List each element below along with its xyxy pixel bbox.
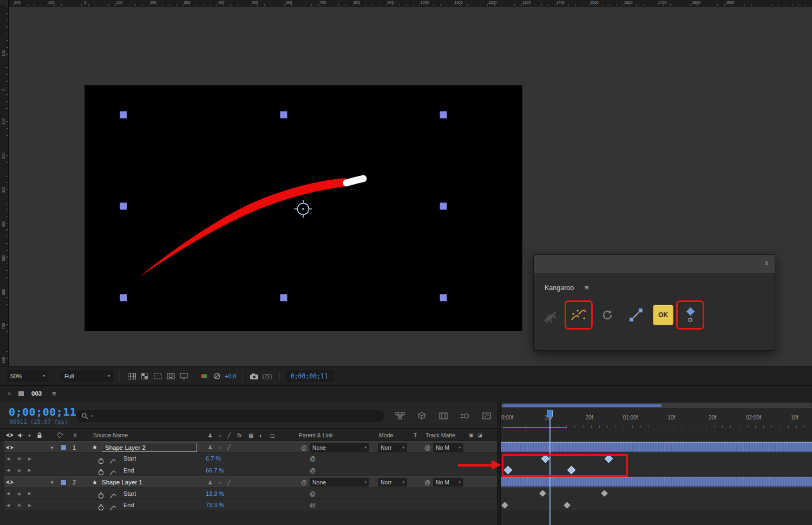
reset-exposure-icon[interactable] — [211, 370, 224, 383]
layer-duration-bar[interactable] — [501, 442, 812, 452]
expand-chevron-icon[interactable]: ▾ — [51, 442, 54, 453]
keyframe-diamond[interactable] — [501, 502, 508, 509]
property-value[interactable]: 6.7 % — [206, 453, 221, 464]
transparency-grid-icon[interactable] — [138, 370, 151, 383]
kangaroo-icon[interactable] — [538, 303, 562, 327]
prev-keyframe-icon[interactable]: ◀ — [6, 500, 10, 511]
ruler-label: 1400 — [556, 1, 565, 4]
collapse-icon[interactable]: ☼ — [218, 477, 222, 488]
left-ruler[interactable]: 1000100200300400500600700800 — [0, 6, 9, 366]
matte-value: No M — [436, 444, 449, 451]
pickwhip-icon[interactable]: @ — [310, 453, 316, 464]
ruler-label: 300 — [184, 1, 191, 4]
mode-dropdown[interactable]: Norr▾ — [378, 443, 407, 452]
close-icon[interactable]: x — [765, 259, 768, 267]
time-navigator[interactable] — [501, 403, 812, 408]
parent-pickwhip-icon[interactable]: @ — [301, 477, 307, 488]
region-of-interest-icon[interactable] — [151, 370, 164, 383]
keyframe-diamond[interactable] — [601, 490, 608, 497]
layer-name[interactable]: Shape Layer 2 — [102, 443, 197, 452]
time-ruler-label: 0:00f — [501, 415, 513, 421]
layer-row[interactable]: ▾1★Shape Layer 2♟☼╱@None▾Norr▾@No M▾ — [4, 441, 498, 452]
composition-canvas[interactable] — [85, 86, 522, 331]
set-keyframe-icon[interactable]: ◆ — [17, 464, 21, 476]
layer-track-row[interactable] — [501, 441, 812, 452]
panel-menu-icon[interactable]: ≡ — [585, 284, 589, 292]
snapshot-camera-icon[interactable] — [248, 370, 261, 383]
label-color-swatch[interactable] — [61, 444, 67, 450]
prev-keyframe-icon[interactable]: ◀ — [6, 453, 10, 464]
ease-curve-button[interactable] — [624, 303, 648, 327]
parent-dropdown[interactable]: None▾ — [310, 443, 369, 452]
ruler-label: 200 — [2, 153, 5, 159]
property-value[interactable]: 73.3 % — [206, 500, 224, 511]
layer-duration-bar[interactable] — [501, 477, 812, 487]
layer-track-row[interactable] — [501, 476, 812, 488]
label-color-swatch[interactable] — [61, 480, 67, 485]
parent-pickwhip-icon[interactable]: @ — [301, 442, 307, 453]
keyframe-diamond[interactable] — [564, 502, 571, 509]
hop-preset-button[interactable] — [567, 303, 591, 327]
property-value[interactable]: 66.7 % — [206, 464, 224, 476]
next-keyframe-icon[interactable]: ▶ — [28, 500, 31, 511]
matte-pickwhip-icon[interactable]: @ — [424, 477, 430, 488]
pickwhip-icon[interactable]: @ — [310, 464, 316, 476]
property-row[interactable]: ◀◆▶End73.3 %@ — [4, 500, 498, 511]
keyframe-button[interactable] — [678, 303, 702, 327]
property-name[interactable]: Start — [123, 453, 136, 464]
playhead[interactable] — [547, 410, 553, 417]
property-track-row[interactable] — [501, 488, 812, 499]
prev-keyframe-icon[interactable]: ◀ — [6, 464, 10, 476]
ok-button[interactable]: OK — [653, 305, 673, 325]
top-ruler[interactable]: 2001000100200300400500600700800900100011… — [0, 0, 812, 6]
set-keyframe-icon[interactable]: ◆ — [17, 488, 21, 499]
eye-icon[interactable] — [5, 442, 14, 453]
shy-icon[interactable]: ♟ — [208, 442, 213, 453]
quality-icon[interactable]: ╱ — [227, 477, 231, 488]
quality-icon[interactable]: ╱ — [227, 442, 231, 453]
channels-icon[interactable] — [198, 370, 211, 383]
set-keyframe-icon[interactable]: ◆ — [17, 500, 21, 511]
property-name[interactable]: End — [123, 464, 134, 476]
graph-toggle-icon[interactable] — [109, 502, 116, 514]
property-name[interactable]: Start — [123, 488, 136, 499]
resolution-dropdown[interactable]: Full▾ — [61, 370, 114, 382]
mode-dropdown[interactable]: Norr▾ — [378, 478, 407, 487]
grid-guides-icon[interactable] — [125, 370, 138, 383]
matte-pickwhip-icon[interactable]: @ — [424, 442, 430, 453]
layer-name[interactable]: Shape Layer 1 — [102, 477, 142, 488]
eye-icon[interactable] — [5, 477, 14, 488]
shy-icon[interactable]: ♟ — [208, 477, 213, 488]
property-row[interactable]: ◀◆▶Start13.3 %@ — [4, 488, 498, 499]
refresh-icon[interactable] — [595, 303, 619, 327]
mask-visibility-icon[interactable] — [164, 370, 177, 383]
matte-dropdown[interactable]: No M▾ — [433, 443, 463, 452]
layer-row[interactable]: ▾2★Shape Layer 1♟☼╱@None▾Norr▾@No M▾ — [4, 476, 498, 488]
next-keyframe-icon[interactable]: ▶ — [28, 464, 31, 476]
property-row[interactable]: ◀◆▶End66.7 %@ — [4, 464, 498, 476]
keyframe-diamond[interactable] — [539, 490, 546, 497]
parent-dropdown[interactable]: None▾ — [310, 478, 369, 487]
work-area-bar[interactable] — [502, 404, 662, 407]
stopwatch-icon[interactable] — [97, 502, 104, 513]
next-keyframe-icon[interactable]: ▶ — [28, 453, 31, 464]
collapse-icon[interactable]: ☼ — [218, 442, 222, 453]
property-name[interactable]: End — [123, 500, 134, 511]
property-track-row[interactable] — [501, 500, 812, 511]
show-snapshot-icon[interactable] — [261, 370, 274, 383]
pickwhip-icon[interactable]: @ — [310, 488, 316, 499]
magnification-dropdown[interactable]: 50%▾ — [6, 370, 49, 382]
expand-chevron-icon[interactable]: ▾ — [51, 477, 54, 488]
preview-timecode[interactable]: 0;00;00;11 — [285, 370, 333, 382]
prev-keyframe-icon[interactable]: ◀ — [6, 488, 10, 499]
property-value[interactable]: 13.3 % — [206, 488, 224, 499]
matte-dropdown[interactable]: No M▾ — [433, 478, 463, 487]
pickwhip-icon[interactable]: @ — [310, 500, 316, 511]
property-row[interactable]: ◀◆▶Start6.7 %@ — [4, 453, 498, 464]
ruler-label: 200 — [14, 1, 21, 4]
kangaroo-panel-titlebar[interactable]: x — [534, 255, 775, 273]
screen-icon[interactable] — [177, 370, 190, 383]
set-keyframe-icon[interactable]: ◆ — [17, 453, 21, 464]
next-keyframe-icon[interactable]: ▶ — [28, 488, 31, 499]
exposure-value[interactable]: +0.0 — [225, 373, 237, 379]
